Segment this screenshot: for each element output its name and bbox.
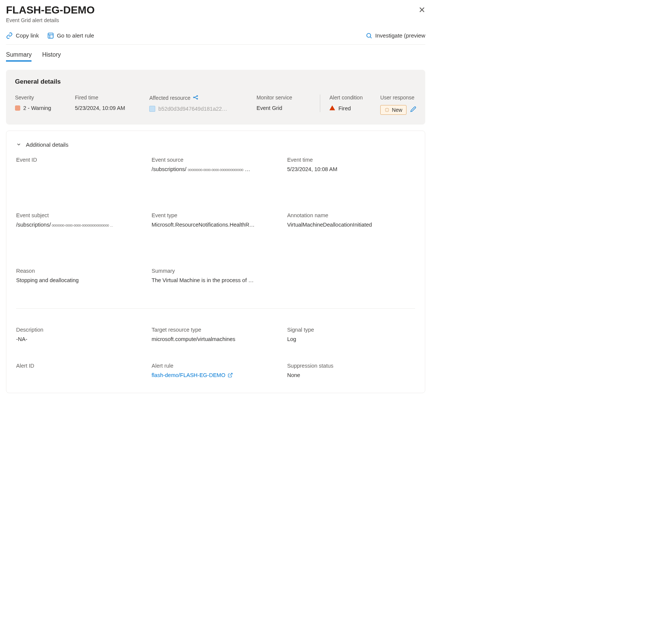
- alert-rule-link[interactable]: flash-demo/FLASH-EG-DEMO: [152, 371, 233, 379]
- event-subject-label: Event subject: [16, 212, 144, 218]
- event-type-cell: Event type Microsoft.ResourceNotificatio…: [152, 212, 279, 242]
- user-response-value: New: [392, 107, 402, 113]
- close-button[interactable]: ✕: [418, 4, 425, 15]
- reason-value: Stopping and deallocating: [16, 276, 144, 284]
- link-icon: [6, 32, 13, 39]
- event-subject-prefix: /subscriptions/: [16, 222, 51, 228]
- alert-id-label: Alert ID: [16, 363, 144, 369]
- fired-time-value: 5/23/2024, 10:09 AM: [75, 105, 141, 111]
- event-time-value: 5/23/2024, 10:08 AM: [287, 165, 415, 173]
- severity-dot-icon: [15, 105, 20, 111]
- event-source-guid: 00000000-0000-0000-0000000000000: [188, 168, 243, 172]
- tab-summary[interactable]: Summary: [6, 51, 32, 62]
- reason-label: Reason: [16, 268, 144, 274]
- severity-label: Severity: [15, 95, 66, 101]
- svg-point-1: [367, 33, 371, 38]
- go-to-alert-rule-label: Go to alert rule: [57, 32, 94, 39]
- signal-type-value: Log: [287, 335, 415, 343]
- page-subtitle: Event Grid alert details: [6, 17, 94, 23]
- suppression-value: None: [287, 371, 415, 379]
- rule-icon: [47, 32, 54, 39]
- investigate-label: Investigate (preview: [375, 32, 425, 39]
- target-resource-type-value: microsoft.compute/virtualmachines: [152, 335, 279, 343]
- description-cell: Description -NA-: [16, 327, 144, 357]
- monitor-service-value: Event Grid: [256, 105, 311, 111]
- svg-rect-0: [48, 33, 53, 38]
- fired-time-label: Fired time: [75, 95, 141, 101]
- summary-label: Summary: [152, 268, 279, 274]
- chevron-down-icon: [16, 142, 21, 147]
- new-icon: [384, 107, 390, 113]
- event-source-suffix: …: [243, 166, 250, 172]
- annotation-value: VirtualMachineDeallocationInitiated: [287, 221, 415, 229]
- event-subject-guid: 0000000-0000-0000-000000000000000 …: [51, 224, 113, 227]
- event-time-label: Event time: [287, 157, 415, 163]
- annotation-label: Annotation name: [287, 212, 415, 218]
- event-type-value: Microsoft.ResourceNotifications.HealthR…: [152, 221, 279, 229]
- additional-details-toggle[interactable]: Additional details: [16, 141, 415, 148]
- copy-link-label: Copy link: [16, 32, 39, 39]
- event-source-label: Event source: [152, 157, 279, 163]
- summary-cell: Summary The Virtual Machine is in the pr…: [152, 268, 279, 298]
- tab-history[interactable]: History: [42, 51, 61, 62]
- page-title: FLASH-EG-DEMO: [6, 4, 94, 17]
- affected-resource-label: Affected resource: [149, 95, 190, 101]
- additional-details-card: Additional details Event ID Event source…: [6, 131, 425, 393]
- severity-value: 2 - Warning: [23, 105, 51, 111]
- graph-icon[interactable]: [193, 95, 198, 101]
- event-source-cell: Event source /subscriptions/ 00000000-00…: [152, 157, 279, 187]
- section-divider: [16, 308, 415, 310]
- annotation-cell: Annotation name VirtualMachineDeallocati…: [287, 212, 415, 242]
- svg-point-4: [196, 98, 198, 99]
- signal-type-label: Signal type: [287, 327, 415, 333]
- event-type-label: Event type: [152, 212, 279, 218]
- event-id-cell: Event ID: [16, 157, 144, 187]
- summary-value: The Virtual Machine is in the process of…: [152, 276, 279, 284]
- signal-type-cell: Signal type Log: [287, 327, 415, 357]
- svg-point-3: [196, 95, 198, 96]
- event-id-label: Event ID: [16, 157, 144, 163]
- monitor-service-label: Monitor service: [256, 95, 311, 101]
- alert-condition-label: Alert condition: [329, 95, 371, 101]
- user-response-badge[interactable]: New: [380, 105, 406, 115]
- general-details-card: General details Severity 2 - Warning Fir…: [6, 70, 425, 125]
- external-link-icon: [228, 373, 233, 378]
- description-value: -NA-: [16, 335, 144, 343]
- go-to-alert-rule-button[interactable]: Go to alert rule: [47, 32, 94, 39]
- svg-point-2: [194, 97, 195, 98]
- additional-details-heading: Additional details: [26, 141, 68, 148]
- edit-user-response-button[interactable]: [410, 106, 416, 113]
- target-resource-type-cell: Target resource type microsoft.compute/v…: [152, 327, 279, 357]
- event-time-cell: Event time 5/23/2024, 10:08 AM: [287, 157, 415, 187]
- suppression-cell: Suppression status None: [287, 363, 415, 382]
- copy-link-button[interactable]: Copy link: [6, 32, 39, 39]
- resource-icon: [149, 106, 155, 112]
- event-subject-value: /subscriptions/ 0000000-0000-0000-000000…: [16, 221, 144, 229]
- alert-rule-cell: Alert rule flash-demo/FLASH-EG-DEMO: [152, 363, 279, 382]
- reason-cell: Reason Stopping and deallocating: [16, 268, 144, 298]
- event-subject-cell: Event subject /subscriptions/ 0000000-00…: [16, 212, 144, 242]
- user-response-label: User response: [380, 95, 416, 101]
- event-source-value: /subscriptions/ 00000000-0000-0000-00000…: [152, 165, 279, 173]
- search-icon: [366, 32, 372, 39]
- investigate-button[interactable]: Investigate (preview: [366, 32, 425, 39]
- target-resource-type-label: Target resource type: [152, 327, 279, 333]
- affected-resource-value[interactable]: b52d0d3d947649d181a22…: [158, 106, 227, 112]
- alert-condition-value: Fired: [338, 105, 351, 111]
- warning-icon: [329, 105, 335, 112]
- suppression-label: Suppression status: [287, 363, 415, 369]
- general-details-heading: General details: [15, 78, 416, 86]
- alert-id-cell: Alert ID: [16, 363, 144, 382]
- alert-rule-link-text: flash-demo/FLASH-EG-DEMO: [152, 371, 225, 379]
- svg-line-5: [230, 373, 232, 376]
- event-source-prefix: /subscriptions/: [152, 166, 188, 172]
- description-label: Description: [16, 327, 144, 333]
- alert-rule-label: Alert rule: [152, 363, 279, 369]
